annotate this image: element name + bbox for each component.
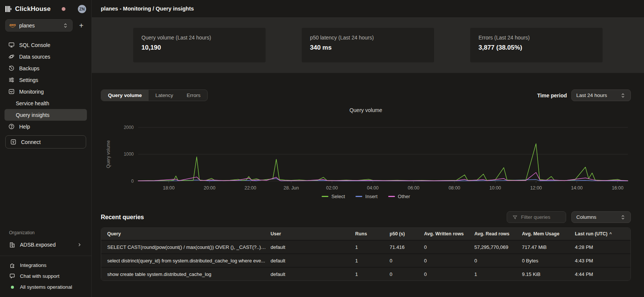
tab-errors[interactable]: Errors bbox=[180, 90, 207, 101]
add-service-button[interactable]: + bbox=[76, 21, 86, 30]
table-row[interactable]: show create table system.distributed_cac… bbox=[101, 267, 630, 280]
legend-item-other[interactable]: Other bbox=[388, 194, 410, 199]
column-header-user[interactable]: User bbox=[270, 231, 355, 236]
stat-label: Query volume (Last 24 hours) bbox=[141, 35, 257, 41]
content: Query volume Latency Errors Time period … bbox=[92, 73, 644, 297]
cell-user: default bbox=[270, 258, 355, 264]
recent-queries-title: Recent queries bbox=[101, 214, 144, 221]
main: planes - Monitoring / Query insights Que… bbox=[92, 0, 644, 297]
sidebar-footer: Integrations Chat with support All syste… bbox=[0, 256, 91, 297]
organization-item[interactable]: ADSB.exposed bbox=[5, 238, 86, 251]
sidebar-item-sql-console[interactable]: SQL Console bbox=[5, 39, 87, 51]
connect-button[interactable]: Connect bbox=[5, 135, 86, 148]
sidebar: ClickHouse ZN aws planes + SQL bbox=[0, 0, 92, 297]
system-status-item[interactable]: All systems operational bbox=[5, 282, 86, 292]
cell-query: select distrinct(query_id) from system.d… bbox=[101, 258, 270, 264]
avatar[interactable]: ZN bbox=[78, 5, 86, 13]
organization-label: Organization bbox=[5, 230, 86, 235]
svg-text:04:00: 04:00 bbox=[367, 185, 379, 191]
service-name: planes bbox=[19, 23, 35, 29]
sidebar-item-label: Backups bbox=[19, 65, 39, 71]
organization-section: Organization ADSB.exposed bbox=[0, 230, 91, 251]
sidebar-item-label: Settings bbox=[19, 77, 38, 83]
columns-select[interactable]: Columns bbox=[571, 211, 631, 223]
sidebar-item-help[interactable]: Help bbox=[5, 121, 87, 132]
series-line-select bbox=[138, 144, 628, 180]
sidebar-item-query-insights[interactable]: Query insights bbox=[5, 109, 87, 121]
filter-queries-box bbox=[507, 211, 566, 223]
cell-avg_mem: 9.15 KiB bbox=[522, 271, 575, 277]
cell-last_run: 4:43 PM bbox=[575, 258, 630, 264]
sidebar-item-settings[interactable]: Settings bbox=[5, 74, 87, 86]
svg-text:10:00: 10:00 bbox=[489, 185, 501, 191]
cell-avg_mem: 717.47 MiB bbox=[522, 244, 575, 250]
cell-runs: 1 bbox=[355, 271, 389, 277]
column-header-avg_mem[interactable]: Avg. Mem Usage bbox=[522, 231, 575, 236]
table-row[interactable]: select distrinct(query_id) from system.d… bbox=[101, 253, 630, 267]
table-row[interactable]: SELECT CAST(round(pow(count() / max(coun… bbox=[101, 240, 630, 253]
column-header-avg_read[interactable]: Avg. Read rows bbox=[474, 231, 522, 236]
sidebar-item-chat-support[interactable]: Chat with support bbox=[5, 271, 86, 282]
brand-row: ClickHouse ZN bbox=[0, 0, 91, 17]
cell-avg_written: 0 bbox=[424, 271, 474, 277]
sidebar-item-label: Monitoring bbox=[19, 89, 44, 95]
legend-item-insert[interactable]: Insert bbox=[355, 194, 378, 199]
tab-latency[interactable]: Latency bbox=[149, 90, 180, 101]
service-selector[interactable]: aws planes bbox=[5, 19, 73, 32]
legend-label: Select bbox=[331, 194, 345, 199]
footer-item-label: Chat with support bbox=[20, 273, 59, 279]
status-label: All systems operational bbox=[20, 284, 72, 290]
app: ClickHouse ZN aws planes + SQL bbox=[0, 0, 644, 297]
column-header-last_run[interactable]: Last run (UTC)^ bbox=[575, 231, 630, 236]
column-header-runs[interactable]: Runs bbox=[355, 231, 389, 236]
funnel-icon bbox=[512, 214, 518, 220]
legend-dash bbox=[388, 196, 395, 197]
stat-card-query-volume: Query volume (Last 24 hours) 10,190 bbox=[133, 28, 266, 62]
cell-last_run: 4:28 PM bbox=[575, 244, 630, 250]
filter-queries-input[interactable] bbox=[521, 214, 562, 220]
legend-item-select[interactable]: Select bbox=[322, 194, 345, 199]
stat-value: 3,877 (38.05%) bbox=[478, 44, 594, 52]
connect-icon bbox=[10, 139, 17, 145]
column-header-avg_written[interactable]: Avg. Written rows bbox=[424, 231, 474, 236]
svg-text:06:00: 06:00 bbox=[408, 185, 419, 191]
stat-value: 10,190 bbox=[141, 44, 257, 52]
recent-queries-controls: Columns bbox=[507, 211, 631, 223]
svg-text:12:00: 12:00 bbox=[530, 185, 542, 191]
sidebar-item-integrations[interactable]: Integrations bbox=[5, 260, 86, 271]
chevron-updown-icon bbox=[620, 92, 626, 98]
table-header-row: QueryUserRunsp50 (s)Avg. Written rowsAvg… bbox=[101, 228, 630, 240]
time-period-label: Time period bbox=[537, 92, 567, 98]
table-body: SELECT CAST(round(pow(count() / max(coun… bbox=[101, 240, 630, 280]
organization-name: ADSB.exposed bbox=[20, 242, 56, 248]
svg-text:0: 0 bbox=[131, 179, 134, 184]
svg-text:22:00: 22:00 bbox=[245, 185, 256, 191]
sort-asc-icon: ^ bbox=[609, 232, 612, 236]
brand-name: ClickHouse bbox=[15, 5, 51, 13]
chevron-updown-icon bbox=[620, 214, 626, 220]
recent-queries-table: QueryUserRunsp50 (s)Avg. Written rowsAvg… bbox=[101, 227, 631, 281]
backups-icon bbox=[8, 65, 15, 71]
tab-query-volume[interactable]: Query volume bbox=[101, 90, 149, 101]
sidebar-item-label: Data sources bbox=[19, 54, 50, 60]
series-line-other bbox=[138, 173, 628, 181]
stat-card-p50-latency: p50 latency (Last 24 hours) 340 ms bbox=[302, 28, 434, 62]
chart-tabs: Query volume Latency Errors bbox=[101, 89, 208, 101]
cell-p50: 0 bbox=[390, 258, 424, 264]
time-period-select[interactable]: Last 24 hours bbox=[571, 89, 631, 101]
sidebar-item-label: Query insights bbox=[16, 112, 49, 118]
stat-label: Errors (Last 24 hours) bbox=[478, 35, 594, 41]
column-header-query[interactable]: Query bbox=[101, 231, 270, 236]
query-volume-chart-svg: 01000200018:0020:0022:0028. Jun02:0004:0… bbox=[101, 113, 631, 192]
monitoring-icon bbox=[8, 88, 15, 95]
chevron-updown-icon bbox=[62, 22, 68, 29]
column-header-p50[interactable]: p50 (s) bbox=[390, 231, 424, 236]
sidebar-item-data-sources[interactable]: Data sources bbox=[5, 51, 87, 62]
cell-avg_mem: 0 Bytes bbox=[522, 258, 575, 264]
brand-status-dot bbox=[62, 7, 65, 11]
data-sources-icon bbox=[8, 53, 15, 60]
sidebar-item-backups[interactable]: Backups bbox=[5, 62, 87, 74]
sidebar-item-monitoring[interactable]: Monitoring bbox=[5, 86, 87, 97]
sidebar-item-service-health[interactable]: Service health bbox=[5, 97, 87, 109]
help-icon bbox=[8, 123, 15, 130]
